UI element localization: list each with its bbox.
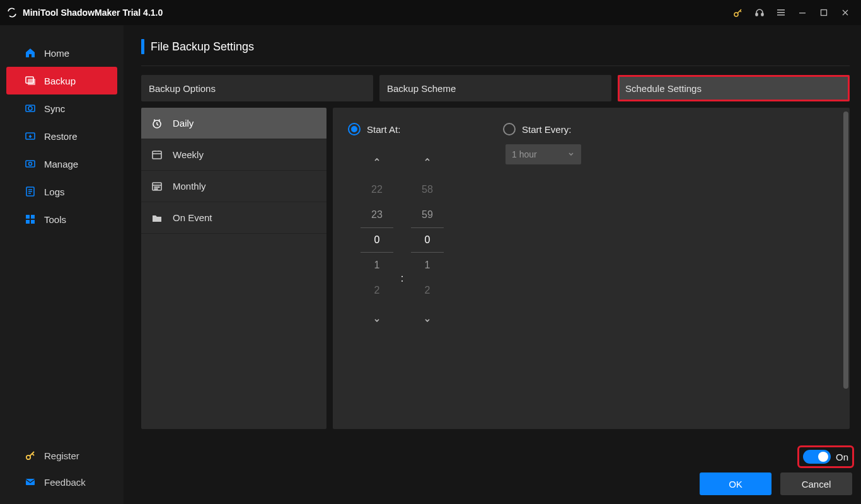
hour-cell[interactable]: 23: [361, 202, 393, 227]
svg-rect-4: [777, 12, 785, 13]
sidebar-item-label: Home: [44, 48, 69, 59]
start-at-label: Start At:: [367, 124, 400, 135]
sidebar-item-label: Tools: [44, 214, 66, 225]
tab-backup-options[interactable]: Backup Options: [141, 75, 373, 101]
sidebar-item-restore[interactable]: Restore: [0, 122, 124, 150]
app-title: MiniTool ShadowMaker Trial 4.1.0: [23, 8, 163, 18]
hour-selected[interactable]: 0: [361, 227, 393, 253]
key-icon: [24, 449, 37, 462]
scrollbar[interactable]: [843, 112, 848, 389]
time-picker: 22 23 0 1 2: [361, 151, 444, 329]
sidebar-item-tools[interactable]: Tools: [0, 205, 124, 233]
minute-cell[interactable]: 58: [411, 177, 444, 202]
svg-rect-17: [26, 220, 30, 224]
minute-down-button[interactable]: [424, 312, 431, 329]
tab-label: Schedule Settings: [625, 83, 702, 94]
svg-rect-20: [26, 479, 35, 485]
sidebar-item-sync[interactable]: Sync: [0, 94, 124, 122]
radio-start-at[interactable]: [348, 123, 361, 135]
svg-point-26: [158, 186, 159, 188]
minute-cell[interactable]: 59: [411, 202, 444, 227]
headset-icon[interactable]: [749, 3, 770, 22]
svg-rect-6: [799, 13, 806, 13]
interval-dropdown[interactable]: 1 hour: [506, 144, 581, 164]
divider: [141, 66, 850, 66]
minute-cell[interactable]: 2: [411, 278, 444, 303]
hour-cell[interactable]: 2: [361, 278, 393, 303]
sidebar-item-label: Restore: [44, 131, 78, 142]
page-title: File Backup Settings: [151, 40, 254, 54]
folder-icon: [150, 211, 164, 225]
ok-button[interactable]: OK: [700, 472, 771, 495]
maximize-button[interactable]: [813, 3, 835, 22]
hour-up-button[interactable]: [373, 151, 381, 168]
time-separator: :: [393, 151, 411, 329]
svg-rect-12: [26, 161, 35, 167]
sidebar-item-label: Logs: [44, 186, 65, 197]
cancel-button-label: Cancel: [802, 479, 831, 490]
sidebar-register-label: Register: [44, 450, 79, 461]
interval-selected-value: 1 hour: [512, 149, 537, 159]
frequency-on-event[interactable]: On Event: [141, 202, 326, 234]
clock-icon: [150, 117, 164, 130]
minimize-button[interactable]: [792, 3, 813, 22]
tab-schedule-settings[interactable]: Schedule Settings: [618, 75, 850, 101]
frequency-monthly[interactable]: Monthly: [141, 171, 326, 202]
license-key-icon[interactable]: [727, 3, 749, 22]
hour-column: 22 23 0 1 2: [361, 151, 393, 329]
sidebar-item-manage[interactable]: Manage: [0, 150, 124, 178]
frequency-label: Monthly: [173, 181, 206, 192]
svg-rect-3: [777, 9, 785, 11]
frequency-label: Daily: [173, 118, 194, 129]
sidebar-item-backup[interactable]: Backup: [6, 67, 117, 94]
frequency-label: Weekly: [173, 149, 204, 160]
svg-point-27: [154, 188, 156, 190]
start-every-label: Start Every:: [522, 124, 571, 135]
minute-up-button[interactable]: [424, 151, 431, 168]
logs-icon: [24, 185, 37, 198]
calendar-week-icon: [150, 148, 164, 162]
sync-icon: [24, 102, 37, 115]
svg-point-25: [156, 186, 158, 188]
sidebar-register[interactable]: Register: [0, 442, 124, 469]
sidebar-feedback[interactable]: Feedback: [0, 469, 124, 495]
minute-cell[interactable]: 1: [411, 253, 444, 278]
tab-label: Backup Scheme: [387, 83, 456, 94]
svg-rect-22: [153, 151, 161, 159]
svg-rect-2: [761, 13, 763, 16]
svg-rect-5: [777, 14, 785, 16]
schedule-enable-toggle[interactable]: [803, 450, 831, 464]
minute-selected[interactable]: 0: [411, 227, 444, 253]
svg-rect-18: [31, 220, 35, 224]
ok-button-label: OK: [729, 479, 743, 490]
sidebar-item-label: Sync: [44, 103, 65, 114]
frequency-daily[interactable]: Daily: [141, 108, 326, 139]
svg-rect-15: [26, 215, 30, 219]
sidebar-feedback-label: Feedback: [44, 477, 86, 488]
tab-bar: Backup Options Backup Scheme Schedule Se…: [141, 75, 850, 101]
calendar-month-icon: [150, 180, 164, 193]
svg-rect-16: [31, 215, 35, 219]
sidebar-item-home[interactable]: Home: [0, 39, 124, 67]
hour-cell[interactable]: 1: [361, 253, 393, 278]
svg-rect-7: [821, 10, 827, 16]
time-colon: :: [401, 266, 403, 291]
tab-backup-scheme[interactable]: Backup Scheme: [379, 75, 611, 101]
start-every-group: Start Every: 1 hour: [503, 123, 581, 164]
hour-cell[interactable]: 22: [361, 177, 393, 202]
menu-icon[interactable]: [770, 3, 792, 22]
close-button[interactable]: [835, 3, 856, 22]
backup-icon: [24, 74, 37, 87]
frequency-label: On Event: [173, 212, 212, 223]
minute-column: 58 59 0 1 2: [411, 151, 444, 329]
radio-start-every[interactable]: [503, 123, 516, 135]
hour-down-button[interactable]: [373, 312, 381, 329]
toggle-label: On: [836, 452, 848, 462]
start-at-group: Start At: 22 23 0: [348, 123, 444, 329]
sidebar-item-logs[interactable]: Logs: [0, 178, 124, 205]
sidebar-item-label: Backup: [44, 76, 76, 86]
schedule-enable-toggle-wrap: On: [799, 447, 852, 466]
restore-icon: [24, 130, 37, 142]
frequency-weekly[interactable]: Weekly: [141, 139, 326, 171]
cancel-button[interactable]: Cancel: [780, 472, 852, 495]
